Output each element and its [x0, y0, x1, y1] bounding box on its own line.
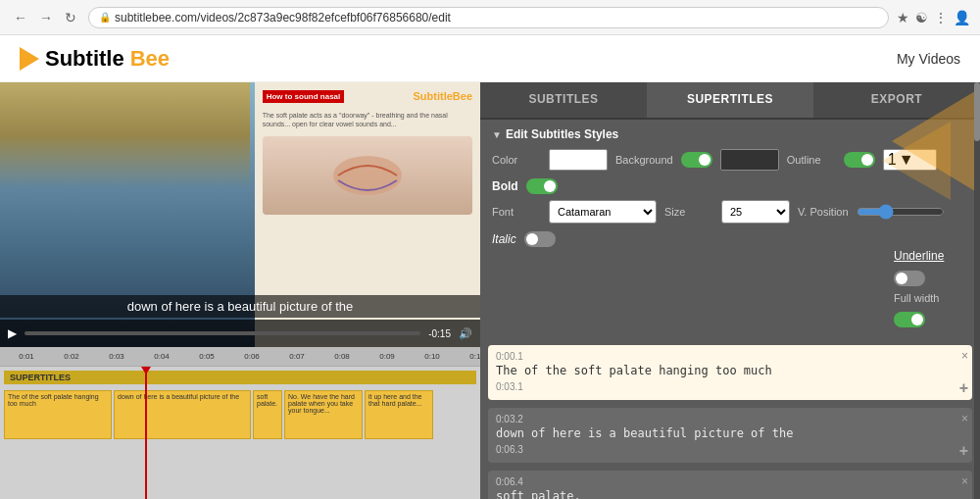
pres-diagram [263, 136, 472, 215]
clip-4[interactable]: No. We have the hard palate when you tak… [284, 390, 363, 439]
ruler-mark: 0:05 [184, 352, 229, 361]
bold-toggle[interactable] [526, 178, 558, 194]
outline-value: 1 [888, 151, 897, 169]
underline-row: Underline [894, 249, 968, 286]
subtitle-time-end-2: 0:06.3 [496, 444, 964, 455]
fullwidth-toggle[interactable] [894, 312, 925, 327]
play-button[interactable]: ▶ [8, 326, 17, 340]
progress-bar-container[interactable] [24, 331, 420, 335]
tabs: SUBTITLES SUPERTITLES EXPORT [480, 82, 980, 120]
outline-value-box[interactable]: 1 ▼ [883, 149, 937, 171]
hair-overlay [0, 82, 250, 188]
subtitle-text-1[interactable]: The of the soft palate hanging too much [496, 364, 964, 377]
ruler-mark: 0:06 [229, 352, 274, 361]
underline-toggle[interactable] [894, 271, 925, 286]
vposition-slider[interactable] [857, 204, 945, 220]
time-display: -0:15 [428, 328, 451, 339]
ruler-mark: 0:09 [365, 352, 410, 361]
subtitle-time-2: 0:03.2 [496, 414, 964, 424]
close-button-3[interactable]: × [961, 474, 968, 488]
clip-1[interactable]: The of the soft palate hanging too much [4, 390, 112, 439]
italic-label: Italic [492, 232, 516, 246]
pres-logo: How to sound nasal [263, 90, 345, 103]
edit-styles-section: ▼ Edit Subtitles Styles Color Background… [480, 120, 980, 341]
collapse-arrow-icon[interactable]: ▼ [492, 129, 502, 140]
logo-bee-text: Bee [130, 46, 170, 72]
font-row: Font Catamaran Size 25 V. Position Itali… [492, 200, 968, 247]
scrollbar-track[interactable] [974, 82, 980, 499]
timeline-clips: The of the soft palate hanging too much … [4, 390, 476, 439]
subtitle-text-3[interactable]: soft palate. [496, 489, 964, 499]
video-controls[interactable]: ▶ -0:15 🔊 [0, 320, 480, 347]
right-panel: SUBTITLES SUPERTITLES EXPORT ▼ Edit Subt… [480, 82, 980, 499]
clip-3[interactable]: soft palate. [253, 390, 282, 439]
ruler-mark: 0:04 [139, 352, 184, 361]
extensions-button[interactable]: ☯ [915, 10, 928, 25]
ruler-mark: 0:01 [4, 352, 49, 361]
ruler-mark: 0:07 [274, 352, 319, 361]
subtitle-text-2[interactable]: down of here is a beautiful picture of t… [496, 426, 964, 440]
video-subtitle-bar: down of here is a beautiful picture of t… [0, 295, 480, 318]
timeline-ruler: 0:01 0:02 0:03 0:04 0:05 0:06 0:07 0:08 … [0, 347, 480, 367]
ruler-mark: 0:08 [319, 352, 365, 361]
url-text: subtitlebee.com/videos/2c873a9ec98f82efc… [115, 11, 451, 25]
browser-actions: ★ ☯ ⋮ 👤 [897, 10, 970, 25]
outline-toggle[interactable] [844, 152, 875, 168]
clip-2[interactable]: down of here is a beautiful picture of t… [114, 390, 251, 439]
close-button-1[interactable]: × [961, 349, 968, 363]
main-content: How to sound nasal The soft palate acts … [0, 82, 980, 499]
subtitle-time-end-1: 0:03.1 [496, 381, 964, 392]
background-color-picker[interactable] [720, 149, 779, 171]
logo-triangle-icon [20, 47, 39, 71]
subtitle-time-1: 0:00.1 [496, 351, 964, 362]
volume-button[interactable]: 🔊 [459, 327, 472, 340]
back-button[interactable]: ← [10, 8, 31, 27]
pres-bee-logo: SubtitleBee [413, 90, 472, 102]
nav-buttons: ← → ↻ [10, 8, 80, 27]
lock-icon: 🔒 [99, 12, 111, 23]
tab-subtitles[interactable]: SUBTITLES [480, 82, 647, 118]
ruler-mark: 0:03 [94, 352, 139, 361]
add-button-1[interactable]: + [959, 380, 968, 396]
italic-toggle[interactable] [524, 231, 556, 247]
video-subtitle-text: down of here is a beautiful picture of t… [127, 299, 354, 314]
size-label: Size [664, 206, 713, 218]
profile-button[interactable]: 👤 [954, 10, 970, 25]
vposition-label: V. Position [798, 206, 849, 218]
ruler-mark: 0:11 [455, 352, 480, 361]
size-select[interactable]: 25 [721, 200, 790, 224]
bold-label: Bold [492, 179, 518, 193]
background-toggle[interactable] [681, 152, 712, 168]
edit-styles-header: ▼ Edit Subtitles Styles [492, 127, 968, 141]
tab-export[interactable]: EXPORT [813, 82, 980, 118]
tab-supertitles[interactable]: SUPERTITLES [647, 82, 813, 118]
close-button-2[interactable]: × [961, 412, 968, 425]
forward-button[interactable]: → [35, 8, 57, 27]
subtitle-item-3[interactable]: × 0:06.4 soft palate. 0:07.1 + [488, 471, 972, 499]
playhead[interactable] [145, 367, 147, 499]
color-label: Color [492, 154, 541, 166]
edit-styles-title: Edit Subtitles Styles [506, 127, 618, 141]
font-label: Font [492, 206, 541, 218]
subtitle-item-1[interactable]: × 0:00.1 The of the soft palate hanging … [488, 345, 972, 400]
star-button[interactable]: ★ [897, 10, 909, 25]
timeline-tracks: SUPERTITLES The of the soft palate hangi… [0, 367, 480, 443]
subtitle-item-2[interactable]: × 0:03.2 down of here is a beautiful pic… [488, 408, 972, 463]
supertitles-track-label: SUPERTITLES [4, 371, 476, 384]
scrollbar-thumb[interactable] [974, 82, 980, 141]
menu-button[interactable]: ⋮ [934, 10, 948, 25]
font-select[interactable]: Catamaran [549, 200, 657, 224]
outline-dropdown-icon: ▼ [899, 151, 914, 169]
ruler-mark: 0:10 [410, 352, 455, 361]
my-videos-link[interactable]: My Videos [897, 51, 960, 67]
add-button-2[interactable]: + [959, 443, 968, 459]
color-picker[interactable] [549, 149, 608, 171]
underline-label: Underline [894, 249, 944, 263]
timeline-container[interactable]: 0:01 0:02 0:03 0:04 0:05 0:06 0:07 0:08 … [0, 347, 480, 499]
video-wrapper: How to sound nasal The soft palate acts … [0, 82, 480, 347]
clip-5[interactable]: it up here and the that hard palate... [365, 390, 433, 439]
refresh-button[interactable]: ↻ [61, 8, 80, 27]
address-bar[interactable]: 🔒 subtitlebee.com/videos/2c873a9ec98f82e… [88, 7, 889, 28]
subtitles-list[interactable]: × 0:00.1 The of the soft palate hanging … [480, 341, 980, 499]
ruler-mark: 0:02 [49, 352, 94, 361]
